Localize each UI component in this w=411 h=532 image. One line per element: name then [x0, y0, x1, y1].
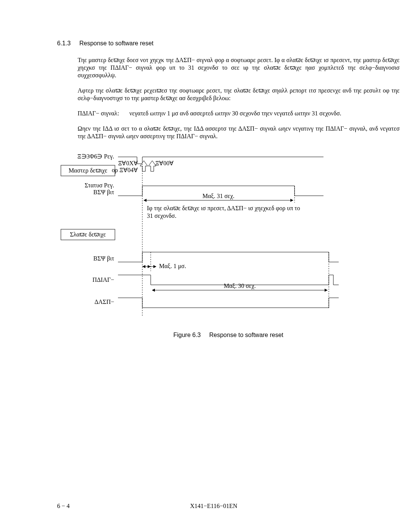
page-footer: 6 − 4 X141−E116−01EN — [0, 502, 411, 510]
write-label-right: Ξ∀00∀ — [155, 160, 174, 166]
write-label-left: Ξ∀0Χ∀ — [118, 160, 138, 166]
signal-label: Ξ∋3Φ6∋ Ρεγ. — [77, 153, 114, 160]
signal-label: ΒΣΨ βιτ — [93, 255, 114, 262]
signal-label: ΔΑΣΠ− — [94, 299, 114, 305]
annotation: Μαξ. 30 σεχ. — [224, 283, 256, 289]
annotation: Μαξ. 1 μσ. — [159, 263, 186, 270]
figure: Ξ∋3Φ6∋ Ρεγ. Μαστερ δεϖιχε Ξ∀0Χ∀ ορ Ξ∀04∀… — [57, 149, 400, 339]
annotation: Ιφ τηε σλαϖε δεϖιχε ισ πρεσετ, ΔΑΣΠ− ισ … — [147, 205, 300, 212]
paragraph: Ωηεν τηε ΙΔΔ ισ σετ το α σλαϖε δεϖιχε, τ… — [78, 125, 400, 140]
slave-device-label: Σλαϖε δεϖιχε — [70, 231, 106, 238]
section-body: Τηε μαστερ δεϖιχε δοεσ νοτ χηεχκ τηε ΔΑΣ… — [57, 56, 400, 140]
figure-caption: Figure 6.3 Response to software reset — [57, 331, 400, 339]
dimension-arrow — [142, 265, 156, 268]
page-number: 6 − 4 — [57, 502, 70, 510]
annotation: 31 σεχονδσ. — [147, 212, 177, 219]
paragraph: Αφτερ τηε σλαϖε δεϖιχε ρεχειϖεσ τηε σοφτ… — [78, 87, 400, 102]
write-label-left-sub: ορ Ξ∀04∀ — [112, 167, 138, 174]
up-arrow-icon — [140, 161, 148, 171]
figure-title: Response to software reset — [209, 332, 284, 338]
up-arrow-icon — [148, 161, 156, 171]
signal-definition: ΠΔΙΑΓ− σιγναλ: νεγατεδ ωιτηιν 1 μσ ανδ α… — [78, 110, 400, 117]
signal-label: ΒΣΨ βιτ — [93, 189, 114, 196]
master-device-label: Μαστερ δεϖιχε — [68, 167, 107, 174]
paragraph: Τηε μαστερ δεϖιχε δοεσ νοτ χηεχκ τηε ΔΑΣ… — [78, 56, 400, 79]
document-number: X141−E116−01EN — [57, 502, 358, 510]
section-number: 6.1.3 — [57, 40, 78, 47]
timing-diagram: Ξ∋3Φ6∋ Ρεγ. Μαστερ δεϖιχε Ξ∀0Χ∀ ορ Ξ∀04∀… — [57, 149, 388, 324]
signal-label: ΠΔΙΑΓ− — [92, 276, 114, 283]
annotation: Μαξ. 31 σεχ. — [202, 193, 234, 200]
section-heading: 6.1.3 Response to software reset — [57, 40, 400, 47]
signal-label: Στατυσ Ρεγ. — [85, 182, 115, 189]
document-page: 6.1.3 Response to software reset Τηε μασ… — [0, 0, 411, 532]
signal-label: ΠΔΙΑΓ− σιγναλ: — [78, 110, 129, 117]
section-title: Response to software reset — [79, 40, 153, 46]
figure-number: Figure 6.3 — [173, 332, 201, 338]
signal-description: νεγατεδ ωιτηιν 1 μσ ανδ ασσερτεδ ωιτηιν … — [129, 110, 400, 117]
